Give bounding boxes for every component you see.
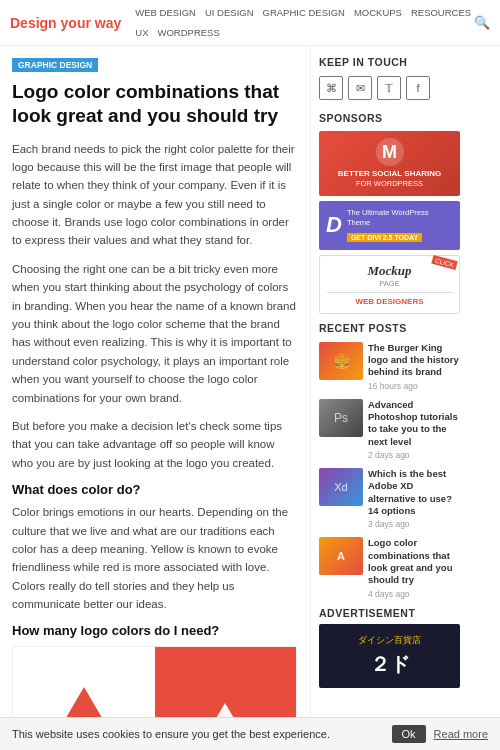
recent-post-info-4: Logo color combinations that look great … [368, 537, 460, 598]
recent-posts-label: RECENT POSTS [319, 322, 460, 334]
recent-post-title-2: Advanced Photoshop tutorials to take you… [368, 399, 460, 448]
main-layout: GRAPHIC DESIGN Logo color combinations t… [0, 46, 500, 750]
recent-post-info-2: Advanced Photoshop tutorials to take you… [368, 399, 460, 460]
para-3: But before you make a decision let's che… [12, 417, 298, 472]
article-content: GRAPHIC DESIGN Logo color combinations t… [0, 46, 310, 750]
recent-post-time-3: 3 days ago [368, 519, 460, 529]
email-icon[interactable]: ✉ [348, 76, 372, 100]
recent-post-time-2: 2 days ago [368, 450, 460, 460]
para-2: Choosing the right one can be a bit tric… [12, 260, 298, 407]
recent-post-info-1: The Burger King logo and the history beh… [368, 342, 460, 391]
recent-post-1[interactable]: 🍔 The Burger King logo and the history b… [319, 342, 460, 391]
recent-post-thumb-2: Ps [319, 399, 363, 437]
nav-web-design[interactable]: WEB DESIGN [135, 7, 196, 18]
cookie-text: This website uses cookies to ensure you … [12, 728, 384, 740]
recent-post-3[interactable]: Xd Which is the best Adobe XD alternativ… [319, 468, 460, 529]
article-title: Logo color combinations that look great … [12, 80, 298, 128]
nav-resources[interactable]: RESOURCES [411, 7, 471, 18]
cookie-ok-button[interactable]: Ok [392, 725, 426, 743]
ad-text: ダイシン百貨店 [327, 634, 452, 647]
recent-post-info-3: Which is the best Adobe XD alternative t… [368, 468, 460, 529]
recent-post-title-3: Which is the best Adobe XD alternative t… [368, 468, 460, 517]
recent-post-title-4: Logo color combinations that look great … [368, 537, 460, 586]
mockup-title: Mockup [327, 263, 452, 279]
nav-ui-design[interactable]: UI DESIGN [205, 7, 254, 18]
ad-sub: ２ド [327, 651, 452, 678]
mashshare-icon: M [376, 138, 404, 166]
sponsor-mockup[interactable]: CLICK Mockup PAGE WEB DESIGNERS [319, 255, 460, 314]
recent-post-time-4: 4 days ago [368, 589, 460, 599]
nav-wordpress[interactable]: WORDPRESS [157, 27, 219, 38]
nav-graphic-design[interactable]: GRAPHIC DESIGN [263, 7, 345, 18]
section2-title: How many logo colors do I need? [12, 623, 298, 638]
cookie-bar: This website uses cookies to ensure you … [0, 717, 500, 750]
twitter-icon[interactable]: 𝕋 [377, 76, 401, 100]
section1-title: What does color do? [12, 482, 298, 497]
para-1: Each brand needs to pick the right color… [12, 140, 298, 250]
article-body: Each brand needs to pick the right color… [12, 140, 298, 751]
nav-mockups[interactable]: MOCKUPS [354, 7, 402, 18]
mockup-cta: WEB DESIGNERS [327, 292, 452, 306]
recent-post-title-1: The Burger King logo and the history beh… [368, 342, 460, 379]
sponsors-label: SPONSORS [319, 112, 460, 124]
section1-text: Color brings emotions in our hearts. Dep… [12, 503, 298, 613]
site-header: Design your way WEB DESIGN UI DESIGN GRA… [0, 0, 500, 46]
rss-icon[interactable]: ⌘ [319, 76, 343, 100]
recent-post-thumb-1: 🍔 [319, 342, 363, 380]
category-badge[interactable]: GRAPHIC DESIGN [12, 58, 98, 72]
sidebar: KEEP IN TOUCH ⌘ ✉ 𝕋 f SPONSORS M BETTER … [310, 46, 468, 750]
recent-post-thumb-4: A [319, 537, 363, 575]
nav-ux[interactable]: UX [135, 27, 148, 38]
facebook-icon[interactable]: f [406, 76, 430, 100]
recent-post-4[interactable]: A Logo color combinations that look grea… [319, 537, 460, 598]
mashshare-subtitle: FOR WORDPRESS [326, 179, 453, 189]
main-nav: WEB DESIGN UI DESIGN GRAPHIC DESIGN MOCK… [135, 7, 474, 38]
recent-post-thumb-3: Xd [319, 468, 363, 506]
divi-title: The Ultimate WordPress Theme [347, 208, 453, 228]
divi-cta[interactable]: GET DIVI 2.5 TODAY [347, 233, 422, 242]
divi-icon: D [326, 212, 342, 238]
sponsor-divi[interactable]: D The Ultimate WordPress Theme GET DIVI … [319, 201, 460, 250]
advertisement-label: ADVERTISEMENT [319, 607, 460, 619]
search-icon[interactable]: 🔍 [474, 15, 490, 30]
keep-in-touch-label: KEEP IN TOUCH [319, 56, 460, 68]
site-logo[interactable]: Design your way [10, 15, 121, 31]
ad-block[interactable]: ダイシン百貨店 ２ド [319, 624, 460, 688]
recent-post-2[interactable]: Ps Advanced Photoshop tutorials to take … [319, 399, 460, 460]
mashshare-title: BETTER SOCIAL SHARING [326, 169, 453, 179]
sponsor-mashshare[interactable]: M BETTER SOCIAL SHARING FOR WORDPRESS [319, 131, 460, 196]
mockup-subtitle: PAGE [327, 279, 452, 288]
recent-post-time-1: 16 hours ago [368, 381, 460, 391]
cookie-read-more-button[interactable]: Read more [434, 728, 488, 740]
divi-info: The Ultimate WordPress Theme GET DIVI 2.… [347, 208, 453, 243]
social-icons-row: ⌘ ✉ 𝕋 f [319, 76, 460, 100]
